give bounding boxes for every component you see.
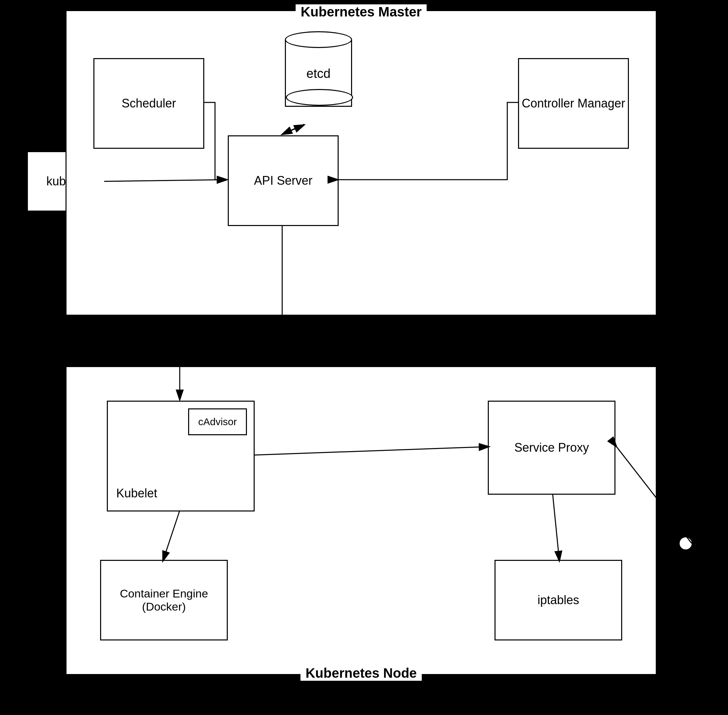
k8s-node-title: Kubernetes Node <box>301 666 421 681</box>
kubelet-box: cAdvisor Kubelet <box>107 401 255 511</box>
container-engine-box: Container Engine(Docker) <box>100 560 228 640</box>
etcd-cylinder-bottom <box>286 89 353 106</box>
api-server-label: API Server <box>254 173 313 188</box>
cadvisor-label: cAdvisor <box>198 416 237 427</box>
scheduler-box: Scheduler <box>94 58 204 149</box>
etcd-container: etcd <box>272 31 366 115</box>
service-proxy-box: Service Proxy <box>488 401 615 495</box>
k8s-master-title: Kubernetes Master <box>296 5 427 20</box>
etcd-cylinder: etcd <box>285 31 352 115</box>
controller-manager-label: Controller Manager <box>522 97 625 110</box>
bullet-right-indicator <box>680 537 692 549</box>
iptables-label: iptables <box>538 593 579 607</box>
api-server-box: API Server <box>228 135 338 226</box>
scheduler-label: Scheduler <box>122 97 176 110</box>
k8s-master-section: Kubernetes Master etcd Scheduler Control… <box>65 10 657 316</box>
etcd-cylinder-top <box>285 31 352 48</box>
cadvisor-box: cAdvisor <box>188 408 247 435</box>
container-engine-label: Container Engine(Docker) <box>120 587 208 613</box>
etcd-label: etcd <box>285 66 352 81</box>
iptables-box: iptables <box>494 560 622 640</box>
kubelet-label: Kubelet <box>108 486 254 501</box>
k8s-node-section: Kubernetes Node cAdvisor Kubelet Service… <box>65 366 657 675</box>
service-proxy-label: Service Proxy <box>514 440 589 455</box>
controller-manager-box: Controller Manager <box>518 58 629 149</box>
diagram-container: kubectl Kubernetes Master etcd Scheduler… <box>0 0 728 715</box>
